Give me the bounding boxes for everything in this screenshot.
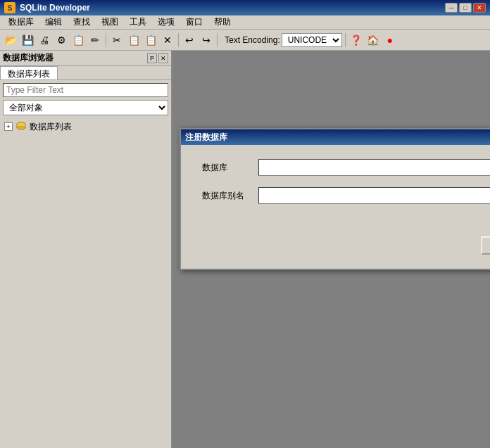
toolbar-redo-btn[interactable]: ↪ [199, 32, 214, 48]
toolbar-cut-btn[interactable]: ✂ [109, 32, 125, 48]
toolbar: 📂 💾 🖨 ⚙ 📋 ✏ ✂ 📋 📋 ✕ ↩ ↪ Text Encoding: U… [0, 30, 490, 51]
toolbar-copy-btn[interactable]: 📋 [126, 32, 142, 48]
database-input[interactable] [259, 162, 490, 172]
menu-edit[interactable]: 编辑 [39, 15, 68, 30]
object-type-select[interactable]: 全部对象 [3, 100, 168, 115]
menu-find[interactable]: 查找 [68, 15, 96, 30]
toolbar-close-btn[interactable]: ● [382, 32, 398, 48]
tree-root-label: 数据库列表 [30, 121, 72, 133]
dialog-title-bar: 注册数据库 ✕ [181, 129, 490, 145]
database-alias-label: 数据库别名 [202, 190, 258, 202]
ok-button[interactable]: 确定 [481, 236, 490, 255]
toolbar-help-btn[interactable]: ❓ [348, 32, 364, 48]
panel-close-btn[interactable]: ✕ [158, 53, 168, 63]
toolbar-settings-btn[interactable]: ⚙ [54, 32, 69, 48]
toolbar-undo-btn[interactable]: ↩ [182, 32, 197, 48]
encoding-label: Text Encoding: [225, 35, 280, 45]
menu-options[interactable]: 选项 [152, 15, 180, 30]
database-alias-field-row: 数据库别名 [202, 187, 490, 204]
app-icon: S [4, 2, 15, 13]
database-label: 数据库 [202, 162, 258, 174]
toolbar-sep4 [345, 33, 346, 47]
database-alias-input[interactable] [258, 187, 490, 204]
panel-title: 数据库浏览器 [3, 52, 54, 64]
tab-database-list[interactable]: 数据库列表 [0, 66, 58, 79]
dialog-body: 数据库 数据库别名 [181, 145, 490, 229]
menu-tools[interactable]: 工具 [124, 15, 152, 30]
title-bar-left: S SQLite Developer [4, 2, 90, 13]
menu-help[interactable]: 帮助 [208, 15, 237, 30]
tab-bar: 数据库列表 [0, 66, 171, 80]
encoding-select[interactable]: UNICODE UTF-8 ASCII [282, 33, 342, 47]
tree-area: + 数据库列表 [0, 118, 171, 448]
toolbar-home-btn[interactable]: 🏠 [365, 32, 381, 48]
toolbar-sep3 [217, 33, 218, 47]
main-area: 数据库浏览器 P ✕ 数据库列表 全部对象 + [0, 51, 490, 448]
filter-input[interactable] [3, 83, 168, 97]
panel-pin-btn[interactable]: P [147, 53, 157, 63]
database-field-row: 数据库 [202, 159, 490, 176]
toolbar-sep1 [106, 33, 106, 47]
toolbar-print-btn[interactable]: 🖨 [37, 32, 52, 48]
database-input-wrapper [258, 159, 490, 176]
toolbar-save-btn[interactable]: 💾 [20, 32, 35, 48]
panel-header: 数据库浏览器 P ✕ [0, 51, 171, 66]
menu-bar: 数据库 编辑 查找 视图 工具 选项 窗口 帮助 [0, 15, 490, 30]
toolbar-paste-btn[interactable]: 📋 [143, 32, 158, 48]
app-title: SQLite Developer [20, 3, 90, 13]
panel-controls: P ✕ [147, 53, 168, 63]
toolbar-clipboard-btn[interactable]: 📋 [70, 32, 86, 48]
dialog-footer: 确定 取消 [181, 229, 490, 269]
right-area: 注册数据库 ✕ 数据库 [172, 51, 490, 448]
svg-point-2 [17, 127, 25, 129]
window-controls: ─ □ ✕ [445, 3, 486, 13]
toolbar-new-btn[interactable]: 📂 [3, 32, 18, 48]
toolbar-delete-btn[interactable]: ✕ [160, 32, 175, 48]
menu-database[interactable]: 数据库 [3, 15, 39, 30]
database-icon [15, 121, 27, 132]
toolbar-edit-btn[interactable]: ✏ [87, 32, 103, 48]
window-close-button[interactable]: ✕ [473, 3, 486, 13]
maximize-button[interactable]: □ [459, 3, 472, 13]
tree-expander[interactable]: + [4, 122, 13, 131]
left-panel: 数据库浏览器 P ✕ 数据库列表 全部对象 + [0, 51, 172, 448]
title-bar: S SQLite Developer ─ □ ✕ [0, 0, 490, 15]
tree-root-item[interactable]: + 数据库列表 [1, 120, 170, 134]
menu-view[interactable]: 视图 [96, 15, 124, 30]
toolbar-sep2 [178, 33, 179, 47]
register-database-dialog: 注册数据库 ✕ 数据库 [180, 128, 490, 270]
menu-window[interactable]: 窗口 [180, 15, 208, 30]
dialog-title: 注册数据库 [185, 132, 227, 143]
minimize-button[interactable]: ─ [445, 3, 458, 13]
